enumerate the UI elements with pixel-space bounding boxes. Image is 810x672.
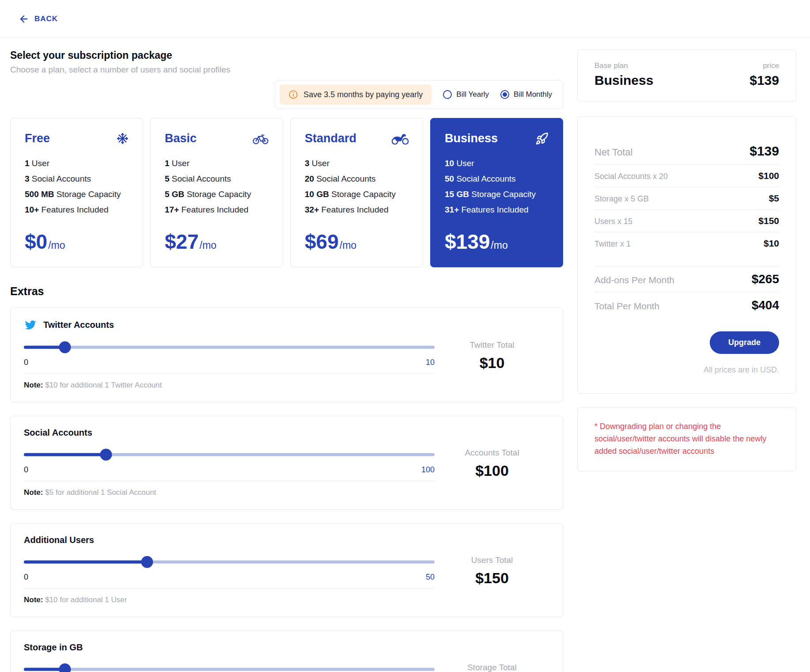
content: Select your subscription package Choose … [0, 38, 810, 672]
total-value: $10 [480, 354, 505, 372]
plan-features: 10 User 50 Social Accounts 15 GB Storage… [445, 159, 549, 215]
slider-fill [24, 561, 147, 564]
extra-card-twitter-accounts: Twitter Accounts 0 10 Note: $10 for addi… [10, 308, 563, 402]
slider-min-label: 0 [24, 358, 28, 367]
summary-row: Users x 15 $150 [594, 210, 779, 232]
slider-thumb[interactable] [59, 664, 71, 672]
billing-toggle-group: Save 3.5 months by paying yearly Bill Ye… [275, 80, 563, 109]
net-total-label: Net Total [594, 147, 632, 158]
storage-slider[interactable] [24, 663, 435, 672]
slider-track[interactable] [24, 561, 435, 564]
twitter-total: Twitter Total $10 [435, 319, 549, 390]
slider-min-label: 0 [24, 465, 28, 475]
base-plan-price: $139 [749, 73, 779, 88]
plan-card-basic[interactable]: Basic 1 User 5 Social Accounts 5 GB Stor… [150, 118, 283, 267]
page-subtitle: Choose a plan, select a number of users … [10, 65, 563, 75]
base-plan-card: Base plan Business price $139 [577, 49, 796, 102]
extra-card-storage: Storage in GB 0 50 Note: $1 for addition… [10, 630, 563, 672]
main-column: Select your subscription package Choose … [10, 49, 563, 672]
total-label: Accounts Total [465, 448, 519, 458]
extra-note: Note: $10 for additional 1 User [24, 596, 435, 604]
summary-row: Social Accounts x 20 $100 [594, 165, 779, 187]
base-plan-label: Base plan [594, 61, 653, 70]
downgrade-warning: * Downgrading plan or changing the socia… [577, 407, 796, 471]
arrow-left-icon [19, 14, 29, 24]
plan-feature: 10 User [445, 159, 549, 168]
extra-note: Note: $5 for additional 1 Social Account [24, 488, 435, 497]
extra-label: Twitter Accounts [43, 320, 114, 330]
plan-feature: 3 User [305, 159, 409, 168]
addons-value: $265 [752, 272, 779, 286]
total-value: $100 [475, 462, 509, 479]
plan-price: $69/mo [305, 230, 409, 254]
slider-thumb[interactable] [100, 449, 112, 461]
bill-monthly-label: Bill Monthly [514, 90, 552, 99]
plan-name: Free [25, 132, 50, 145]
total-label: Twitter Total [469, 340, 514, 350]
bicycle-icon [253, 133, 269, 144]
extra-card-additional-users: Additional Users 0 50 Note: $10 for addi… [10, 523, 563, 617]
summary-row: Twitter x 1 $10 [594, 232, 779, 254]
back-button[interactable]: BACK [19, 14, 58, 24]
extra-label: Storage in GB [24, 642, 83, 653]
spacer [594, 254, 779, 266]
plan-feature: 20 Social Accounts [305, 174, 409, 184]
page-title: Select your subscription package [10, 49, 563, 61]
total-per-month-value: $404 [752, 298, 779, 312]
billing-row: Save 3.5 months by paying yearly Bill Ye… [10, 80, 563, 109]
rocket-icon [535, 132, 549, 145]
plan-name: Business [445, 132, 498, 145]
total-per-month-label: Total Per Month [594, 301, 659, 311]
plan-feature: 5 GB Storage Capacity [165, 190, 269, 199]
upgrade-button[interactable]: Upgrade [710, 331, 779, 354]
save-banner-text: Save 3.5 months by paying yearly [303, 90, 423, 99]
slider-thumb[interactable] [141, 556, 153, 568]
plan-card-free[interactable]: Free 1 User 3 Social Accounts 500 MB Sto… [10, 118, 143, 267]
extras-heading: Extras [10, 285, 563, 298]
slider-track[interactable] [24, 346, 435, 349]
slider-track[interactable] [24, 453, 435, 456]
plan-card-standard[interactable]: Standard 3 User 20 Social Accounts 10 GB… [290, 118, 423, 267]
total-label: Users Total [471, 555, 513, 565]
bill-yearly-radio[interactable]: Bill Yearly [443, 90, 489, 99]
plan-feature: 1 User [165, 159, 269, 168]
divider [24, 588, 435, 588]
twitter-accounts-slider[interactable] [24, 341, 435, 353]
bill-monthly-radio[interactable]: Bill Monthly [500, 90, 552, 99]
social-accounts-slider[interactable] [24, 448, 435, 461]
plan-feature: 1 User [25, 159, 129, 168]
slider-thumb[interactable] [59, 342, 71, 353]
order-summary-card: Net Total $139 Social Accounts x 20 $100… [577, 116, 796, 394]
plan-feature: 31+ Features Included [445, 205, 549, 215]
net-total-row: Net Total $139 [594, 138, 779, 164]
slider-range: 0 10 [24, 358, 435, 367]
plan-price: $139/mo [445, 230, 549, 254]
plan-features: 1 User 3 Social Accounts 500 MB Storage … [25, 159, 129, 215]
bill-yearly-label: Bill Yearly [456, 90, 489, 99]
total-per-month-row: Total Per Month $404 [594, 292, 779, 318]
plan-features: 1 User 5 Social Accounts 5 GB Storage Ca… [165, 159, 269, 215]
plan-feature: 17+ Features Included [165, 205, 269, 215]
slider-fill [24, 453, 106, 456]
storage-total: Storage Total $5 [435, 642, 549, 672]
top-bar: BACK [0, 0, 810, 38]
plan-card-business[interactable]: Business 10 User 50 Social Accounts 15 G… [430, 118, 563, 267]
total-value: $150 [475, 569, 509, 587]
base-plan-name: Business [594, 73, 653, 88]
save-banner: Save 3.5 months by paying yearly [280, 84, 431, 105]
accounts-total: Accounts Total $100 [435, 428, 549, 497]
currency-note: All prices are in USD. [594, 365, 779, 375]
plan-feature: 5 Social Accounts [165, 174, 269, 184]
snowflake-icon [117, 133, 129, 144]
slider-max-label: 50 [426, 573, 435, 582]
slider-max-label: 10 [426, 358, 435, 367]
slider-track[interactable] [24, 668, 435, 671]
plan-price: $27/mo [165, 230, 269, 254]
slider-range: 0 100 [24, 465, 435, 475]
plan-feature: 10+ Features Included [25, 205, 129, 215]
summary-column: Base plan Business price $139 Net Total … [577, 49, 796, 672]
additional-users-slider[interactable] [24, 556, 435, 568]
users-total: Users Total $150 [435, 535, 549, 604]
motorcycle-icon [392, 133, 409, 144]
net-total-value: $139 [749, 144, 779, 159]
